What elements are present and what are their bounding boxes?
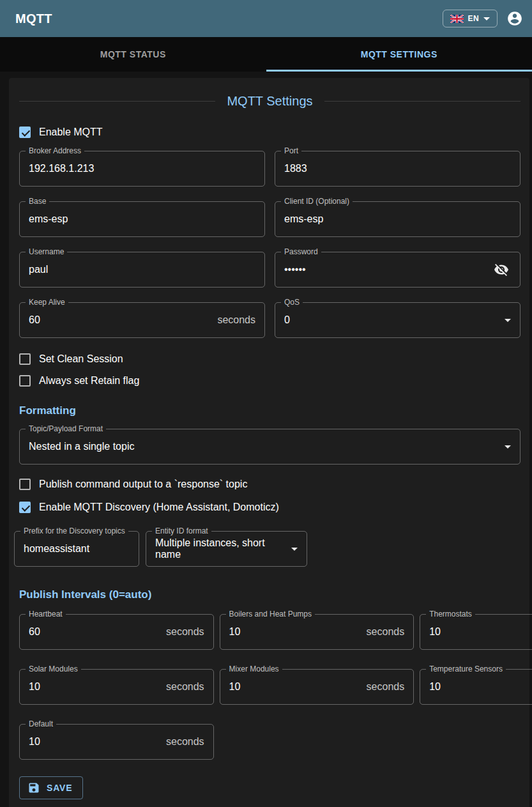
thermostats-input[interactable]	[429, 626, 532, 638]
client-id-input[interactable]	[284, 213, 511, 225]
username-input[interactable]	[29, 264, 255, 275]
mqtt-discovery-label: Enable MQTT Discovery (Home Assistant, D…	[39, 502, 279, 513]
tab-mqtt-settings[interactable]: MQTT SETTINGS	[266, 37, 532, 72]
default-interval-input[interactable]	[29, 736, 161, 748]
dropdown-arrow-icon	[505, 319, 511, 322]
default-interval-field: Default seconds	[19, 724, 214, 760]
divider	[324, 101, 521, 102]
language-code: EN	[468, 14, 479, 23]
save-button-label: SAVE	[47, 783, 72, 793]
base-label: Base	[26, 197, 49, 206]
default-interval-label: Default	[26, 719, 56, 728]
retain-flag-checkbox[interactable]	[19, 375, 31, 387]
temperature-sensors-label: Temperature Sensors	[426, 665, 506, 673]
client-id-label: Client ID (Optional)	[281, 197, 353, 206]
boilers-label: Boilers and Heat Pumps	[226, 610, 315, 619]
broker-address-field: Broker Address	[19, 151, 265, 187]
formatting-heading: Formatting	[19, 404, 521, 417]
discovery-prefix-input[interactable]	[24, 543, 130, 555]
enable-mqtt-checkbox-row[interactable]: Enable MQTT	[19, 127, 521, 138]
section-title: MQTT Settings	[227, 94, 312, 109]
password-field: Password	[275, 252, 521, 288]
mqtt-discovery-checkbox[interactable]	[19, 502, 31, 513]
client-id-field: Client ID (Optional)	[275, 201, 521, 237]
discovery-prefix-field: Prefix for the Discovery topics	[14, 531, 139, 567]
keep-alive-label: Keep Alive	[26, 298, 68, 307]
base-field: Base	[19, 201, 265, 237]
publish-response-label: Publish command output to a `response` t…	[39, 479, 247, 490]
mixer-modules-field: Mixer Modules seconds	[220, 669, 414, 705]
enable-mqtt-label: Enable MQTT	[39, 127, 103, 138]
tab-bar: MQTT STATUS MQTT SETTINGS	[0, 37, 532, 72]
temperature-sensors-input[interactable]	[429, 681, 532, 693]
qos-label: QoS	[281, 298, 303, 307]
solar-modules-input[interactable]	[29, 681, 161, 693]
boilers-input[interactable]	[229, 626, 361, 638]
thermostats-field: Thermostats seconds	[420, 614, 532, 650]
solar-modules-field: Solar Modules seconds	[19, 669, 214, 705]
tab-mqtt-status[interactable]: MQTT STATUS	[0, 37, 266, 72]
keep-alive-input[interactable]	[29, 314, 212, 326]
topic-format-value: Nested in a single topic	[29, 441, 499, 452]
mixer-modules-input[interactable]	[229, 681, 361, 693]
language-selector[interactable]: EN	[443, 10, 498, 27]
topic-format-label: Topic/Payload Format	[26, 424, 106, 433]
heartbeat-unit: seconds	[166, 626, 204, 638]
keep-alive-field: Keep Alive seconds	[19, 302, 265, 338]
boilers-field: Boilers and Heat Pumps seconds	[220, 614, 414, 650]
username-field: Username	[19, 252, 265, 288]
settings-card: MQTT Settings Enable MQTT Broker Address…	[9, 78, 529, 807]
clean-session-label: Set Clean Session	[39, 353, 123, 365]
entity-id-format-value: Multiple instances, short name	[155, 537, 286, 560]
retain-flag-label: Always set Retain flag	[39, 375, 139, 387]
heartbeat-label: Heartbeat	[26, 610, 66, 619]
publish-response-checkbox[interactable]	[19, 479, 31, 490]
enable-mqtt-checkbox[interactable]	[19, 127, 31, 138]
boilers-unit: seconds	[367, 626, 405, 638]
clean-session-checkbox-row[interactable]: Set Clean Session	[19, 353, 521, 365]
keep-alive-unit: seconds	[217, 314, 255, 326]
port-field: Port	[275, 151, 521, 187]
chevron-down-icon	[483, 17, 490, 20]
clean-session-checkbox[interactable]	[19, 353, 31, 365]
mqtt-discovery-checkbox-row[interactable]: Enable MQTT Discovery (Home Assistant, D…	[19, 502, 521, 513]
visibility-off-icon	[494, 262, 509, 277]
page-title: MQTT	[15, 12, 52, 26]
password-label: Password	[281, 247, 321, 256]
topic-format-select[interactable]: Topic/Payload Format Nested in a single …	[19, 429, 521, 465]
thermostats-label: Thermostats	[426, 610, 475, 619]
section-title-row: MQTT Settings	[19, 92, 521, 110]
broker-address-label: Broker Address	[26, 146, 84, 155]
toggle-password-visibility-button[interactable]	[492, 260, 511, 279]
entity-id-format-label: Entity ID format	[152, 526, 211, 535]
port-input[interactable]	[284, 163, 511, 174]
dropdown-arrow-icon	[505, 445, 511, 449]
heartbeat-input[interactable]	[29, 626, 161, 638]
heartbeat-field: Heartbeat seconds	[19, 614, 214, 650]
account-circle-icon	[506, 10, 523, 27]
mixer-modules-unit: seconds	[367, 681, 405, 693]
qos-value: 0	[284, 314, 499, 326]
save-icon	[27, 781, 40, 794]
qos-select[interactable]: QoS 0	[275, 302, 521, 338]
retain-flag-checkbox-row[interactable]: Always set Retain flag	[19, 375, 521, 387]
entity-id-format-select[interactable]: Entity ID format Multiple instances, sho…	[146, 531, 307, 567]
app-bar: MQTT EN	[0, 0, 532, 37]
mixer-modules-label: Mixer Modules	[226, 665, 282, 673]
base-input[interactable]	[29, 213, 255, 225]
dropdown-arrow-icon	[291, 548, 298, 551]
publish-response-checkbox-row[interactable]: Publish command output to a `response` t…	[19, 479, 521, 490]
port-label: Port	[281, 146, 301, 155]
broker-address-input[interactable]	[29, 163, 255, 174]
uk-flag-icon	[450, 15, 464, 23]
solar-modules-label: Solar Modules	[26, 665, 81, 673]
username-label: Username	[26, 247, 67, 256]
discovery-prefix-label: Prefix for the Discovery topics	[20, 526, 128, 535]
save-button[interactable]: SAVE	[19, 776, 83, 799]
password-input[interactable]	[284, 264, 492, 275]
default-interval-unit: seconds	[166, 736, 204, 748]
solar-modules-unit: seconds	[166, 681, 204, 693]
account-button[interactable]	[506, 10, 523, 27]
temperature-sensors-field: Temperature Sensors seconds	[420, 669, 532, 705]
divider	[19, 101, 215, 102]
